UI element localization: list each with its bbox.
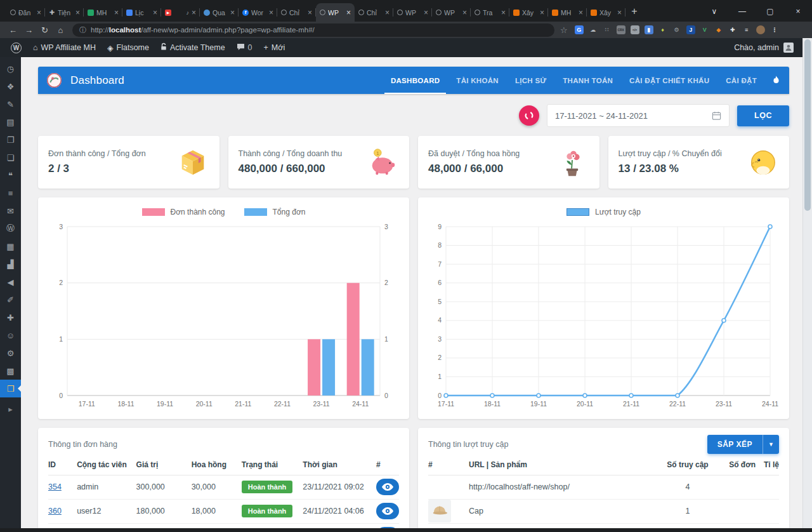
tab-close-icon[interactable]: × — [114, 9, 119, 17]
tab-close-icon[interactable]: × — [540, 9, 544, 17]
extensions-puzzle-icon[interactable]: ✚ — [726, 23, 740, 36]
tab-cài-đặt-chiết-khấu[interactable]: CÀI ĐẶT CHIẾT KHẤU — [621, 67, 717, 94]
browser-tab[interactable]: ✚Tiện× — [45, 3, 84, 22]
sidebar-item-comments[interactable]: ❝ — [0, 166, 21, 184]
sidebar-item-woocommerce[interactable]: Ⓦ — [0, 220, 21, 237]
tab-manager-icon[interactable]: ≡ — [740, 23, 754, 36]
view-order-button[interactable] — [376, 503, 399, 519]
sidebar-item-contact[interactable]: ✉ — [0, 202, 21, 220]
browser-tab[interactable]: Xây× — [587, 3, 625, 22]
tab-close-icon[interactable]: × — [501, 9, 506, 17]
menu-dots-icon[interactable]: ⋮ — [768, 23, 782, 36]
tab-cài-đặt[interactable]: CÀI ĐẶT — [717, 67, 765, 94]
sidebar-item-dashboard[interactable]: ◷ — [0, 60, 21, 77]
tab-close-icon[interactable]: × — [75, 9, 80, 17]
bookmark-star-icon[interactable]: ☆ — [560, 25, 568, 35]
filter-button[interactable]: LỌC — [737, 105, 789, 126]
refresh-button[interactable] — [519, 105, 539, 126]
browser-tab[interactable]: MH× — [548, 3, 587, 22]
translate-icon[interactable]: G — [572, 23, 586, 36]
home-button[interactable]: ⌂ — [53, 25, 69, 35]
browser-tab[interactable]: Đăn× — [6, 3, 45, 22]
adminbar-site-link[interactable]: ⌂ WP Affiliate MH — [29, 38, 100, 57]
tab-close-icon[interactable]: × — [462, 9, 467, 17]
browser-tab[interactable]: Lịc× — [122, 3, 161, 22]
tab-tài-khoản[interactable]: TÀI KHOẢN — [448, 67, 507, 94]
browser-tab[interactable]: WP× — [393, 3, 432, 22]
window-maximize-button[interactable]: ▢ — [756, 1, 784, 22]
tab-close-icon[interactable]: × — [308, 9, 312, 17]
sidebar-item-users[interactable]: ☺ — [0, 326, 21, 344]
flame-icon[interactable] — [765, 75, 787, 86]
tab-close-icon[interactable]: × — [579, 9, 583, 17]
date-range-input[interactable]: 17-11-2021 ~ 24-11-2021 — [547, 104, 730, 127]
sidebar-item-tools[interactable]: ⚙ — [0, 344, 21, 362]
tab-close-icon[interactable]: × — [617, 9, 622, 17]
tab-close-icon[interactable]: × — [192, 9, 196, 17]
window-minimize-button[interactable]: — — [728, 1, 756, 22]
tab-close-icon[interactable]: × — [385, 9, 390, 17]
url-bar[interactable]: ⓘ http://localhost/aff-new/wp-admin/admi… — [72, 23, 554, 37]
crx-icon[interactable]: CRX — [614, 23, 628, 36]
page-info-icon[interactable]: ⓘ — [79, 25, 86, 35]
order-id-link[interactable]: 354 — [48, 482, 62, 491]
sidebar-item-appearance[interactable]: ✐ — [0, 291, 21, 309]
order-id-link[interactable]: 360 — [48, 507, 62, 515]
browser-tab[interactable]: WP× — [432, 3, 471, 22]
browser-tab[interactable]: Chỉ× — [277, 3, 316, 22]
sidebar-item-posts[interactable]: ✎ — [0, 95, 21, 113]
tab-thanh-toán[interactable]: THANH TOÁN — [554, 67, 621, 94]
profile-avatar-icon[interactable] — [754, 23, 768, 36]
browser-tab[interactable]: ▶♪× — [161, 3, 200, 22]
sidebar-item-flatsome[interactable]: ❖ — [0, 77, 21, 95]
tab-close-icon[interactable]: × — [37, 9, 41, 17]
legend-item[interactable]: Tổng đơn — [244, 208, 306, 216]
reload-button[interactable]: ↻ — [37, 25, 53, 35]
browser-tab[interactable]: Xây× — [509, 3, 548, 22]
window-close-button[interactable]: × — [784, 1, 812, 22]
new-tab-button[interactable]: + — [625, 3, 643, 20]
tab-close-icon[interactable]: × — [153, 9, 157, 17]
view-order-button[interactable] — [376, 479, 399, 495]
tab-close-icon[interactable]: × — [269, 9, 273, 17]
adminbar-greeting[interactable]: Chào, admin — [734, 43, 779, 52]
selector-icon[interactable]: ∷ — [600, 23, 614, 36]
code-icon[interactable]: </> — [628, 23, 642, 36]
vysor-icon[interactable]: V — [698, 23, 712, 36]
sidebar-item-analytics[interactable]: ▟ — [0, 255, 21, 273]
sort-dropdown-caret[interactable]: ▼ — [763, 435, 779, 454]
browser-tab[interactable]: Chỉ× — [355, 3, 393, 22]
sidebar-item-media[interactable]: ▤ — [0, 113, 21, 131]
scrollbar-thumb[interactable] — [804, 39, 811, 211]
tab-dashboard[interactable]: DASHBOARD — [383, 67, 448, 94]
sidebar-item-collapse-menu[interactable]: ▸ — [0, 400, 21, 418]
sidebar-item-settings[interactable]: ▩ — [0, 362, 21, 380]
adminbar-flatsome-link[interactable]: ◈ Flatsome — [103, 38, 154, 57]
cloud-icon[interactable]: ☁ — [586, 23, 600, 36]
tab-audio-icon[interactable]: ♪ — [186, 10, 189, 16]
adminbar-new-link[interactable]: + Mới — [259, 38, 290, 57]
tab-close-icon[interactable]: × — [424, 9, 428, 17]
tab-close-icon[interactable]: × — [346, 9, 351, 17]
wappalyzer-icon[interactable]: ▮ — [642, 23, 656, 36]
calendar-icon[interactable] — [712, 111, 721, 121]
adminbar-comments-link[interactable]: 0 — [232, 38, 257, 57]
sidebar-item-menus[interactable]: ≡ — [0, 184, 21, 202]
sidebar-item-plugins[interactable]: ✚ — [0, 309, 21, 326]
browser-tab[interactable]: MH× — [84, 3, 122, 22]
wordpress-logo-icon[interactable]: W — [6, 38, 26, 57]
settings-gear-icon[interactable]: ⚙ — [670, 23, 684, 36]
adminbar-activate-theme-link[interactable]: Activate Theme — [156, 38, 230, 57]
tab-lịch-sử[interactable]: LỊCH SỬ — [507, 67, 554, 94]
browser-tab[interactable]: Qua× — [200, 3, 239, 22]
window-tab-search-button[interactable]: ∨ — [700, 1, 728, 22]
sidebar-item-orders[interactable]: ▦ — [0, 237, 21, 255]
sidebar-item-products[interactable]: ❐ — [0, 131, 21, 149]
legend-item[interactable]: Đơn thành công — [142, 208, 225, 216]
sort-button[interactable]: SẮP XẾP — [707, 435, 763, 454]
jira-icon[interactable]: J — [684, 23, 698, 36]
browser-tab[interactable]: fWor× — [239, 3, 277, 22]
forward-button[interactable]: → — [21, 25, 37, 35]
tab-close-icon[interactable]: × — [230, 9, 235, 17]
sidebar-item-pages[interactable]: ❏ — [0, 149, 21, 166]
